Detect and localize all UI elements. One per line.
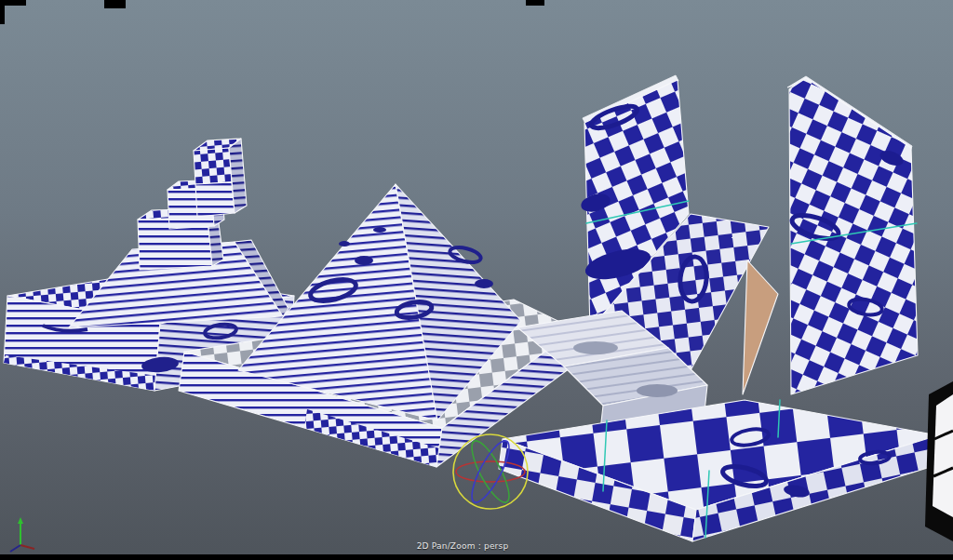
texture-blob xyxy=(355,256,373,265)
tower-front-lower-face[interactable] xyxy=(195,182,235,217)
shadow-blob xyxy=(637,384,678,397)
shadow-blob xyxy=(573,341,618,354)
top-edge-artifact xyxy=(104,0,126,8)
untextured-tan-face[interactable] xyxy=(743,260,778,394)
texture-blob xyxy=(339,241,350,247)
bottom-bar xyxy=(0,554,953,560)
texture-blob xyxy=(475,279,493,288)
x-axis-line xyxy=(20,545,34,549)
y-axis-arrowhead xyxy=(18,517,23,524)
mesh-wall-assembly-right[interactable] xyxy=(499,75,938,541)
view-axis-gizmo[interactable] xyxy=(10,517,34,552)
offscreen-mesh-right-edge[interactable] xyxy=(925,381,953,541)
viewport-status-text: 2D Pan/Zoom : persp xyxy=(417,541,509,551)
top-edge-artifact xyxy=(526,0,544,6)
z-axis-line xyxy=(10,545,20,552)
top-edge-artifact xyxy=(0,0,5,24)
texture-blob xyxy=(373,227,386,233)
3d-viewport[interactable]: 2D Pan/Zoom : persp xyxy=(0,0,953,560)
tower-front-upper-face[interactable] xyxy=(194,148,232,184)
viewport-canvas[interactable] xyxy=(0,0,953,560)
